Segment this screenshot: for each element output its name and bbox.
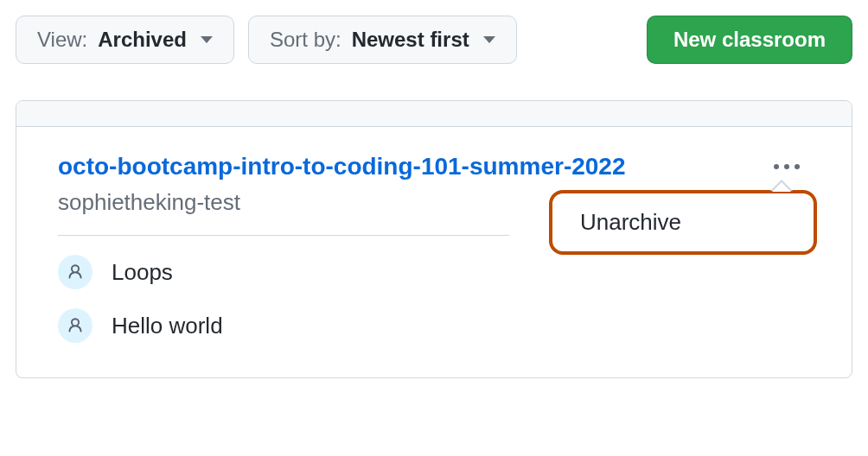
assignments-list: Loops Hello world — [58, 255, 810, 343]
list-item: Loops — [58, 255, 810, 289]
kebab-wrap: Unarchive — [769, 159, 810, 174]
view-value: Archived — [98, 28, 187, 52]
caret-down-icon — [480, 36, 495, 43]
assignment-label: Hello world — [112, 313, 223, 339]
view-filter-button[interactable]: View: Archived — [16, 16, 234, 64]
kebab-menu-button[interactable] — [769, 159, 805, 174]
view-prefix: View: — [37, 28, 87, 52]
kebab-dot-icon — [774, 164, 779, 169]
divider — [58, 235, 509, 236]
kebab-dot-icon — [784, 164, 789, 169]
classroom-title-link[interactable]: octo-bootcamp-intro-to-coding-101-summer… — [58, 153, 626, 180]
list-item: Hello world — [58, 308, 810, 343]
new-classroom-button[interactable]: New classroom — [647, 16, 852, 64]
kebab-dot-icon — [795, 164, 800, 169]
title-row: octo-bootcamp-intro-to-coding-101-summer… — [58, 153, 810, 180]
sort-prefix: Sort by: — [270, 28, 341, 52]
caret-down-icon — [197, 36, 213, 43]
card-body: octo-bootcamp-intro-to-coding-101-summer… — [16, 127, 852, 377]
toolbar: View: Archived Sort by: Newest first New… — [16, 16, 852, 64]
assignment-label: Loops — [112, 259, 173, 286]
unarchive-menu-item[interactable]: Unarchive — [549, 190, 817, 255]
classroom-card: octo-bootcamp-intro-to-coding-101-summer… — [16, 100, 852, 378]
card-header-strip — [16, 101, 852, 127]
person-icon — [58, 255, 93, 289]
sort-filter-button[interactable]: Sort by: Newest first — [248, 16, 517, 64]
sort-value: Newest first — [352, 28, 469, 52]
person-icon — [58, 308, 93, 343]
